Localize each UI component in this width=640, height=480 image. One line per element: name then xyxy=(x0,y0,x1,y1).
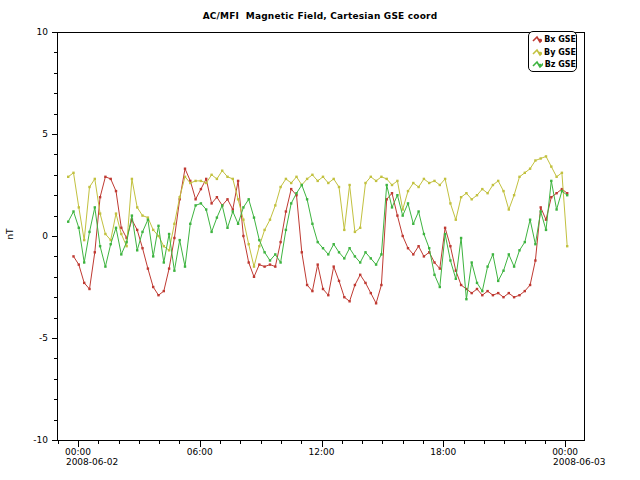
series-marker-bx-gse xyxy=(274,265,276,267)
series-marker-bz-gse xyxy=(179,239,181,241)
series-marker-bz-gse xyxy=(386,184,388,186)
series-marker-bz-gse xyxy=(550,180,552,182)
series-marker-bz-gse xyxy=(104,265,106,267)
series-marker-by-gse xyxy=(88,186,90,188)
series-marker-by-gse xyxy=(285,178,287,180)
series-marker-bx-gse xyxy=(205,178,207,180)
series-marker-bx-gse xyxy=(502,296,504,298)
x-date-label: 2008-06-03 xyxy=(553,457,605,467)
x-tick-label: 00:00 xyxy=(552,447,578,457)
series-marker-by-gse xyxy=(226,176,228,178)
series-marker-bz-gse xyxy=(242,206,244,208)
series-marker-bx-gse xyxy=(396,214,398,216)
series-marker-bz-gse xyxy=(184,265,186,267)
series-marker-by-gse xyxy=(333,178,335,180)
series-marker-by-gse xyxy=(136,206,138,208)
series-marker-bx-gse xyxy=(375,302,377,304)
series-marker-by-gse xyxy=(566,245,568,247)
series-marker-bx-gse xyxy=(242,235,244,237)
series-marker-bz-gse xyxy=(141,231,143,233)
series-marker-by-gse xyxy=(242,219,244,221)
series-marker-bz-gse xyxy=(274,253,276,255)
series-marker-bz-gse xyxy=(566,194,568,196)
series-marker-bz-gse xyxy=(163,261,165,263)
series-marker-by-gse xyxy=(354,231,356,233)
series-marker-by-gse xyxy=(179,196,181,198)
series-marker-bx-gse xyxy=(184,168,186,170)
series-marker-bx-gse xyxy=(471,292,473,294)
series-marker-by-gse xyxy=(120,233,122,235)
series-marker-by-gse xyxy=(391,184,393,186)
series-marker-bx-gse xyxy=(555,192,557,194)
series-marker-bx-gse xyxy=(481,294,483,296)
series-marker-by-gse xyxy=(481,188,483,190)
series-marker-by-gse xyxy=(295,176,297,178)
x-date-label: 2008-06-02 xyxy=(66,457,118,467)
series-marker-bz-gse xyxy=(492,253,494,255)
series-marker-by-gse xyxy=(184,176,186,178)
series-marker-bz-gse xyxy=(115,227,117,229)
series-marker-by-gse xyxy=(327,182,329,184)
series-marker-bz-gse xyxy=(131,214,133,216)
series-marker-by-gse xyxy=(83,239,85,241)
series-marker-by-gse xyxy=(311,174,313,176)
series-marker-bx-gse xyxy=(348,300,350,302)
series-marker-by-gse xyxy=(433,180,435,182)
series-marker-bx-gse xyxy=(306,284,308,286)
series-marker-bz-gse xyxy=(189,223,191,225)
series-marker-bz-gse xyxy=(396,194,398,196)
series-marker-bz-gse xyxy=(555,208,557,210)
series-marker-bz-gse xyxy=(290,202,292,204)
series-marker-bx-gse xyxy=(269,263,271,265)
series-marker-bx-gse xyxy=(147,267,149,269)
series-marker-bx-gse xyxy=(460,284,462,286)
series-marker-bx-gse xyxy=(163,290,165,292)
series-marker-bz-gse xyxy=(343,257,345,259)
series-marker-bx-gse xyxy=(78,263,80,265)
series-marker-bz-gse xyxy=(433,274,435,276)
series-marker-bx-gse xyxy=(301,251,303,253)
series-marker-bz-gse xyxy=(391,206,393,208)
series-marker-bx-gse xyxy=(359,274,361,276)
legend-item-by-gse: By GSE xyxy=(532,46,576,58)
series-marker-by-gse xyxy=(486,192,488,194)
series-marker-by-gse xyxy=(290,182,292,184)
series-marker-bz-gse xyxy=(518,249,520,251)
series-marker-by-gse xyxy=(545,155,547,157)
series-marker-bz-gse xyxy=(72,210,74,212)
series-marker-bx-gse xyxy=(88,288,90,290)
x-tick-label: 18:00 xyxy=(430,447,456,457)
series-marker-bz-gse xyxy=(317,241,319,243)
series-marker-bz-gse xyxy=(354,255,356,257)
series-marker-bz-gse xyxy=(375,263,377,265)
series-marker-by-gse xyxy=(359,227,361,229)
legend-label-bx-gse: Bx GSE xyxy=(544,35,576,44)
series-marker-by-gse xyxy=(518,176,520,178)
series-marker-bx-gse xyxy=(534,259,536,261)
series-marker-bx-gse xyxy=(508,292,510,294)
series-marker-by-gse xyxy=(555,176,557,178)
series-marker-bx-gse xyxy=(157,294,159,296)
series-marker-bz-gse xyxy=(402,214,404,216)
series-marker-bz-gse xyxy=(94,206,96,208)
series-marker-bx-gse xyxy=(364,282,366,284)
series-marker-by-gse xyxy=(125,245,127,247)
series-marker-bz-gse xyxy=(194,204,196,206)
series-marker-by-gse xyxy=(471,198,473,200)
series-marker-bz-gse xyxy=(263,251,265,253)
series-marker-bz-gse xyxy=(561,190,563,192)
series-marker-bx-gse xyxy=(216,196,218,198)
y-tick-label: 5 xyxy=(42,129,48,139)
series-marker-by-gse xyxy=(386,178,388,180)
series-marker-bx-gse xyxy=(524,290,526,292)
series-marker-bz-gse xyxy=(545,229,547,231)
series-marker-by-gse xyxy=(141,214,143,216)
series-marker-by-gse xyxy=(540,157,542,159)
series-marker-by-gse xyxy=(402,208,404,210)
series-marker-by-gse xyxy=(147,216,149,218)
series-marker-bz-gse xyxy=(67,221,69,223)
series-line-bx-gse xyxy=(74,169,568,304)
legend-item-bz-gse: Bz GSE xyxy=(532,59,576,71)
y-axis-label: nT xyxy=(5,228,15,239)
series-marker-bz-gse xyxy=(88,231,90,233)
